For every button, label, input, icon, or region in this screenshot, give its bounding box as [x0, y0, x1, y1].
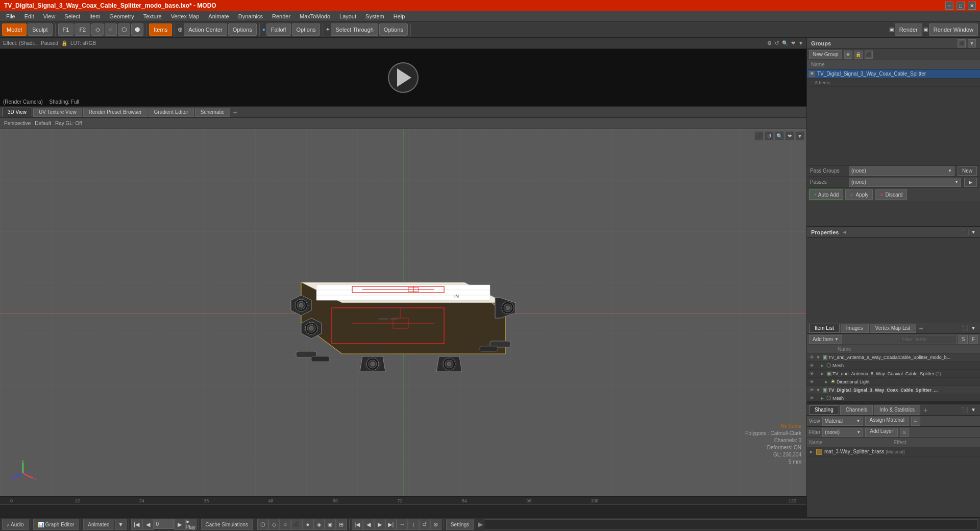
- perspective-label[interactable]: Perspective: [4, 120, 31, 126]
- item-expand-5[interactable]: ▼: [815, 388, 821, 393]
- item-row-light1[interactable]: 👁 ► ☀ Directional Light: [807, 378, 980, 386]
- shading-expand[interactable]: ⬛: [962, 407, 968, 413]
- menu-dynamics[interactable]: Dynamics: [234, 12, 267, 20]
- item-vis-3[interactable]: 👁: [808, 370, 815, 377]
- close-button[interactable]: ✕: [968, 2, 976, 10]
- menu-select[interactable]: Select: [60, 12, 84, 20]
- transform-btn-2[interactable]: ◀: [363, 519, 374, 530]
- item-vis-6[interactable]: 👁: [808, 395, 815, 401]
- menu-animate[interactable]: Animate: [204, 12, 233, 20]
- item-vis-4[interactable]: 👁: [808, 378, 815, 385]
- transform-btn-3[interactable]: ▶: [374, 519, 385, 530]
- item-expand-2[interactable]: ►: [819, 363, 825, 368]
- passes-dropdown[interactable]: (none) ▼: [849, 178, 961, 187]
- sculpt-button[interactable]: Sculpt: [28, 23, 53, 36]
- menu-texture[interactable]: Texture: [139, 12, 166, 20]
- item-expand-6[interactable]: ►: [819, 396, 825, 401]
- f2-button[interactable]: F2: [75, 23, 90, 36]
- extra-btn-4[interactable]: ⬛: [291, 519, 302, 530]
- props-expand-icon[interactable]: ⬛: [963, 229, 969, 235]
- auto-add-button[interactable]: + Auto Add: [809, 189, 843, 200]
- vp-ctrl-settings[interactable]: ❤: [785, 131, 794, 140]
- transform-btn-6[interactable]: ↕: [408, 519, 419, 530]
- shd-expand-icon[interactable]: ►: [809, 449, 814, 454]
- item-tab-add[interactable]: +: [919, 324, 923, 332]
- shading-tab-add[interactable]: +: [923, 406, 927, 414]
- tab-shading[interactable]: Shading: [809, 405, 839, 415]
- menu-edit[interactable]: Edit: [20, 12, 38, 20]
- default-label[interactable]: Default: [35, 120, 51, 126]
- extra-btn-5[interactable]: ●: [302, 519, 313, 530]
- menu-help[interactable]: Help: [389, 12, 409, 20]
- item-list-expand[interactable]: ⬛: [962, 325, 968, 331]
- play-button[interactable]: ► Play: [185, 519, 197, 530]
- command-input[interactable]: [484, 519, 978, 529]
- filter-dropdown[interactable]: (none) ▼: [822, 428, 863, 437]
- timeline-track[interactable]: [0, 505, 806, 517]
- add-layer-button[interactable]: Add Layer: [865, 428, 898, 437]
- options3-button[interactable]: Options: [379, 23, 408, 36]
- groups-expand-icon[interactable]: ⬛: [958, 39, 966, 47]
- groups-icon3[interactable]: ⬛: [865, 51, 873, 59]
- audio-button[interactable]: ♪ Audio: [2, 519, 29, 530]
- preview-icon-4[interactable]: ❤: [791, 40, 795, 46]
- animated-dropdown[interactable]: ▼: [115, 519, 127, 530]
- preview-icon-3[interactable]: 🔍: [782, 40, 788, 46]
- vp-ctrl-refresh[interactable]: ↺: [765, 131, 774, 140]
- vp-ctrl-search[interactable]: 🔍: [775, 131, 784, 140]
- tab-schematic[interactable]: Schematic: [195, 108, 230, 117]
- f1-button[interactable]: F1: [58, 23, 74, 36]
- transform-btn-8[interactable]: ⊗: [430, 519, 442, 530]
- tab-images[interactable]: Images: [841, 324, 869, 333]
- select-tool-3[interactable]: ⬡: [118, 23, 130, 36]
- menu-vertex-map[interactable]: Vertex Map: [167, 12, 204, 20]
- frame-input[interactable]: [154, 519, 174, 529]
- preview-play-button[interactable]: [388, 62, 419, 93]
- render-button[interactable]: Render: [895, 23, 922, 36]
- model-button[interactable]: Model: [2, 23, 27, 36]
- cache-simulations-button[interactable]: Cache Simulations: [201, 519, 253, 530]
- new-group-button[interactable]: New Group: [809, 50, 842, 59]
- props-settings-icon[interactable]: ▼: [971, 229, 976, 235]
- animated-button[interactable]: Animated: [83, 519, 114, 530]
- preview-icon-1[interactable]: ⚙: [767, 40, 772, 46]
- minimize-button[interactable]: –: [945, 2, 953, 10]
- pass-groups-dropdown[interactable]: (none) ▼: [849, 166, 954, 176]
- new-passes-button[interactable]: ▶: [964, 178, 977, 187]
- tab-info[interactable]: Info & Statistics: [874, 405, 920, 415]
- shading-settings[interactable]: ▼: [971, 407, 976, 413]
- vp-ctrl-expand[interactable]: ▼: [795, 131, 804, 140]
- tab-item-list[interactable]: Item List: [809, 324, 840, 333]
- menu-item[interactable]: Item: [85, 12, 104, 20]
- menu-file[interactable]: File: [2, 12, 19, 20]
- material-dropdown[interactable]: Material ▼: [822, 417, 863, 426]
- item-row-group2[interactable]: 👁 ▼ ▣ TV_Digital_Signal_3_Way_Coax_Cable…: [807, 386, 980, 394]
- extra-btn-1[interactable]: ⬡: [257, 519, 268, 530]
- extra-btn-6[interactable]: ◈: [313, 519, 325, 530]
- item-expand-4[interactable]: ►: [823, 379, 829, 384]
- select-tool-1[interactable]: ◇: [91, 23, 104, 36]
- filter-items-field[interactable]: Filter Items: [899, 335, 957, 344]
- preview-icon-2[interactable]: ↺: [775, 40, 779, 46]
- item-btn-s[interactable]: S: [959, 335, 968, 344]
- options1-button[interactable]: Options: [228, 23, 257, 36]
- menu-view[interactable]: View: [39, 12, 60, 20]
- item-vis-5[interactable]: 👁: [808, 387, 815, 394]
- graph-editor-button[interactable]: 📊 Graph Editor: [33, 519, 79, 530]
- properties-toggle[interactable]: ◄: [842, 229, 847, 235]
- tab-add-button[interactable]: +: [233, 108, 237, 116]
- render-window-button[interactable]: Render Window: [929, 23, 978, 36]
- items-button[interactable]: Items: [149, 23, 172, 36]
- next-frame-button[interactable]: ▶: [174, 519, 185, 530]
- extra-btn-2[interactable]: ◇: [268, 519, 280, 530]
- menu-layout[interactable]: Layout: [335, 12, 360, 20]
- viewport-3d[interactable]: 8-WAY SPLITTER 5 - 2500 MHz power pass O…: [0, 129, 806, 496]
- action-center-button[interactable]: Action Center: [184, 23, 227, 36]
- groups-item-row[interactable]: 👁 TV_Digital_Signal_3_Way_Coax_Cable_Spl…: [807, 69, 980, 79]
- visibility-icon[interactable]: 👁: [809, 71, 815, 77]
- item-row-mesh2[interactable]: 👁 ► ⬡ Mesh: [807, 394, 980, 401]
- tab-vertex-map[interactable]: Vertex Map List: [870, 324, 916, 333]
- item-scrollbar[interactable]: [807, 401, 980, 404]
- menu-maxtomodo[interactable]: MaxToModo: [296, 12, 334, 20]
- item-row-group1[interactable]: 👁 ▼ ▣ TV_and_Antenna_8_Way_CoaxialCable_…: [807, 353, 980, 361]
